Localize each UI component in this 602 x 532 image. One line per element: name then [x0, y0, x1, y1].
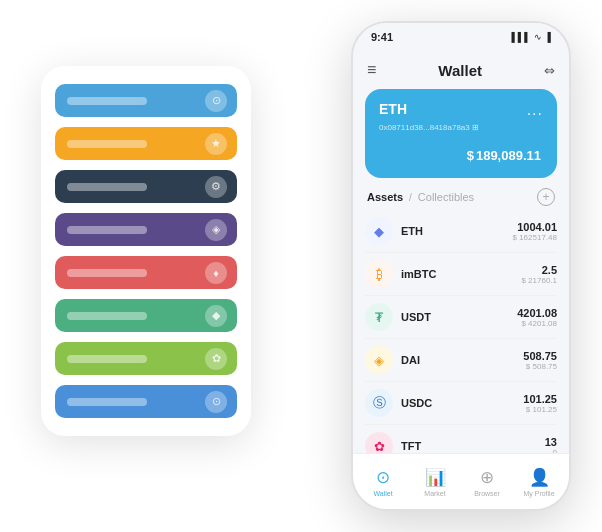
signal-icon: ▌▌▌ [511, 32, 530, 42]
nav-label: My Profile [523, 490, 554, 497]
asset-info: ETH [401, 225, 513, 237]
eth-card-top: ETH ... [379, 101, 543, 119]
asset-item[interactable]: ◆ ETH 1004.01 $ 162517.48 [365, 210, 557, 253]
status-bar: 9:41 ▌▌▌ ∿ ▐ [353, 23, 569, 51]
card-label [67, 398, 147, 406]
wallet-card-row[interactable]: ✿ [55, 342, 237, 375]
expand-icon[interactable]: ⇔ [544, 63, 555, 78]
asset-list: ◆ ETH 1004.01 $ 162517.48 ₿ imBTC 2.5 $ … [353, 210, 569, 453]
asset-usd: $ 4201.08 [517, 319, 557, 328]
asset-amount: 4201.08 [517, 307, 557, 319]
wallet-card-row[interactable]: ◆ [55, 299, 237, 332]
nav-icon: 📊 [425, 467, 446, 488]
asset-info: TFT [401, 440, 545, 452]
asset-amounts: 1004.01 $ 162517.48 [513, 221, 558, 242]
wallet-card-row[interactable]: ⚙ [55, 170, 237, 203]
battery-icon: ▐ [545, 32, 551, 42]
asset-amounts: 101.25 $ 101.25 [523, 393, 557, 414]
tab-assets[interactable]: Assets [367, 191, 403, 203]
nav-label: Browser [474, 490, 500, 497]
nav-item-wallet[interactable]: ⊙ Wallet [361, 467, 405, 497]
tab-collectibles[interactable]: Collectibles [418, 191, 474, 203]
asset-item[interactable]: ₿ imBTC 2.5 $ 21760.1 [365, 253, 557, 296]
asset-usd: $ 508.75 [523, 362, 557, 371]
asset-usd: $ 21760.1 [521, 276, 557, 285]
eth-card-balance: $189,089.11 [379, 140, 543, 166]
asset-amount: 1004.01 [513, 221, 558, 233]
asset-amounts: 2.5 $ 21760.1 [521, 264, 557, 285]
asset-logo-dai: ◈ [365, 346, 393, 374]
phone-header: ≡ Wallet ⇔ [353, 51, 569, 89]
status-icons: ▌▌▌ ∿ ▐ [511, 32, 551, 42]
nav-label: Market [424, 490, 445, 497]
asset-logo-tft: ✿ [365, 432, 393, 453]
card-label [67, 140, 147, 148]
asset-logo-usdt: ₮ [365, 303, 393, 331]
card-label [67, 269, 147, 277]
asset-info: USDC [401, 397, 523, 409]
tab-separator: / [409, 192, 412, 203]
asset-logo-eth: ◆ [365, 217, 393, 245]
nav-icon: ⊕ [480, 467, 494, 488]
asset-name: imBTC [401, 268, 521, 280]
nav-icon: ⊙ [376, 467, 390, 488]
asset-amounts: 4201.08 $ 4201.08 [517, 307, 557, 328]
bottom-nav: ⊙ Wallet 📊 Market ⊕ Browser 👤 My Profile [353, 453, 569, 509]
asset-item[interactable]: Ⓢ USDC 101.25 $ 101.25 [365, 382, 557, 425]
card-label [67, 355, 147, 363]
card-icon: ◈ [205, 219, 227, 241]
wallet-card-row[interactable]: ♦ [55, 256, 237, 289]
card-icon: ⚙ [205, 176, 227, 198]
asset-amount: 2.5 [521, 264, 557, 276]
asset-amount: 508.75 [523, 350, 557, 362]
asset-amount: 13 [545, 436, 557, 448]
asset-item[interactable]: ◈ DAI 508.75 $ 508.75 [365, 339, 557, 382]
asset-info: DAI [401, 354, 523, 366]
wallet-card-row[interactable]: ⊙ [55, 385, 237, 418]
card-icon: ✿ [205, 348, 227, 370]
nav-icon: 👤 [529, 467, 550, 488]
asset-name: USDC [401, 397, 523, 409]
asset-logo-usdc: Ⓢ [365, 389, 393, 417]
card-icon: ⊙ [205, 90, 227, 112]
status-time: 9:41 [371, 31, 393, 43]
wallet-card-list: ⊙ ★ ⚙ ◈ ♦ ◆ ✿ ⊙ [41, 66, 251, 436]
card-icon: ★ [205, 133, 227, 155]
nav-item-my-profile[interactable]: 👤 My Profile [517, 467, 561, 497]
asset-name: DAI [401, 354, 523, 366]
nav-item-market[interactable]: 📊 Market [413, 467, 457, 497]
eth-card-address: 0x08711d38...8418a78a3 ⊞ [379, 123, 543, 132]
phone-frame: 9:41 ▌▌▌ ∿ ▐ ≡ Wallet ⇔ ETH ... 0x08711d… [351, 21, 571, 511]
scene: ⊙ ★ ⚙ ◈ ♦ ◆ ✿ ⊙ 9:41 ▌▌▌ [11, 11, 591, 521]
asset-usd: $ 162517.48 [513, 233, 558, 242]
asset-amount: 101.25 [523, 393, 557, 405]
card-icon: ◆ [205, 305, 227, 327]
card-icon: ⊙ [205, 391, 227, 413]
wallet-card-row[interactable]: ◈ [55, 213, 237, 246]
add-asset-button[interactable]: + [537, 188, 555, 206]
asset-info: imBTC [401, 268, 521, 280]
asset-usd: $ 101.25 [523, 405, 557, 414]
wallet-card-row[interactable]: ⊙ [55, 84, 237, 117]
asset-name: USDT [401, 311, 517, 323]
asset-info: USDT [401, 311, 517, 323]
wifi-icon: ∿ [534, 32, 542, 42]
asset-amounts: 508.75 $ 508.75 [523, 350, 557, 371]
asset-item[interactable]: ✿ TFT 13 0 [365, 425, 557, 453]
asset-name: ETH [401, 225, 513, 237]
card-label [67, 183, 147, 191]
eth-card[interactable]: ETH ... 0x08711d38...8418a78a3 ⊞ $189,08… [365, 89, 557, 178]
card-icon: ♦ [205, 262, 227, 284]
menu-icon[interactable]: ≡ [367, 61, 376, 79]
assets-tabs: Assets / Collectibles + [353, 188, 569, 206]
eth-card-menu[interactable]: ... [527, 101, 543, 119]
card-label [67, 226, 147, 234]
asset-amounts: 13 0 [545, 436, 557, 454]
nav-item-browser[interactable]: ⊕ Browser [465, 467, 509, 497]
nav-label: Wallet [373, 490, 392, 497]
header-title: Wallet [438, 62, 482, 79]
asset-item[interactable]: ₮ USDT 4201.08 $ 4201.08 [365, 296, 557, 339]
eth-card-name: ETH [379, 101, 407, 117]
card-label [67, 312, 147, 320]
wallet-card-row[interactable]: ★ [55, 127, 237, 160]
